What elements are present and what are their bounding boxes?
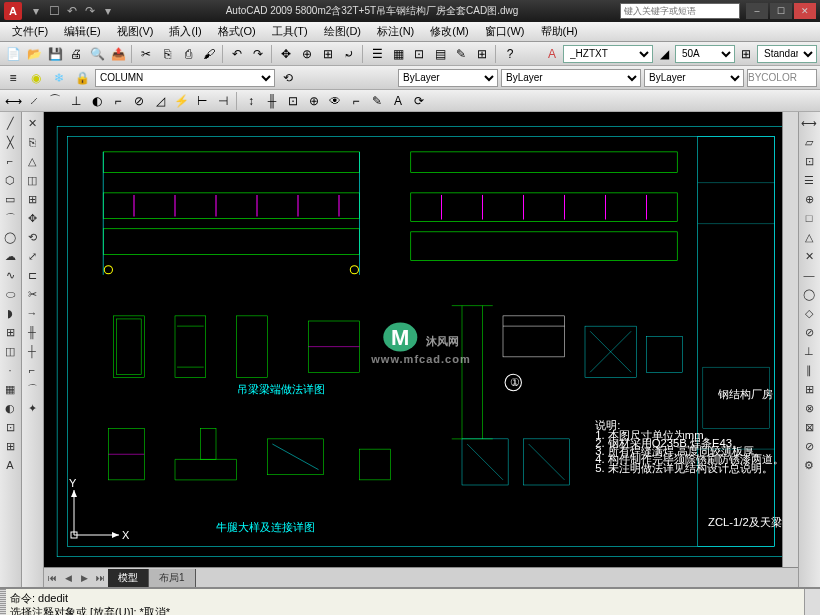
layer-select[interactable]: COLUMN — [95, 69, 275, 87]
dim-tedit-icon[interactable]: A — [388, 91, 408, 111]
menu-draw[interactable]: 绘图(D) — [316, 22, 369, 41]
mirror-icon[interactable]: △ — [23, 152, 41, 170]
id-icon[interactable]: ⊕ — [800, 190, 818, 208]
osnap-set-icon[interactable]: ⚙ — [800, 456, 818, 474]
mtext-icon[interactable]: A — [1, 456, 19, 474]
dim-update-icon[interactable]: ⟳ — [409, 91, 429, 111]
pan-icon[interactable]: ✥ — [276, 44, 296, 64]
copy-icon[interactable]: ⎘ — [157, 44, 177, 64]
linetype-select[interactable]: ByLayer — [501, 69, 641, 87]
text-style-select[interactable]: _HZTXT — [563, 45, 653, 63]
app-logo[interactable]: A — [4, 2, 22, 20]
snap-qua-icon[interactable]: ◇ — [800, 304, 818, 322]
menu-insert[interactable]: 插入(I) — [161, 22, 209, 41]
menu-dimension[interactable]: 标注(N) — [369, 22, 422, 41]
center-icon[interactable]: ⊕ — [304, 91, 324, 111]
fillet-icon[interactable]: ⌒ — [23, 380, 41, 398]
menu-file[interactable]: 文件(F) — [4, 22, 56, 41]
dim-dia-icon[interactable]: ⊘ — [129, 91, 149, 111]
lineweight-select[interactable]: ByLayer — [644, 69, 744, 87]
break-icon[interactable]: ╫ — [23, 323, 41, 341]
close-button[interactable]: ✕ — [794, 3, 816, 19]
print-icon[interactable]: 🖨 — [66, 44, 86, 64]
zoom-rt-icon[interactable]: ⊕ — [297, 44, 317, 64]
snap-ins-icon[interactable]: ⊞ — [800, 380, 818, 398]
preview-icon[interactable]: 🔍 — [87, 44, 107, 64]
cmd-scrollbar[interactable] — [804, 589, 820, 615]
snap-per-icon[interactable]: ⊥ — [800, 342, 818, 360]
calc-icon[interactable]: ⊞ — [472, 44, 492, 64]
snap-par-icon[interactable]: ∥ — [800, 361, 818, 379]
tolerance-icon[interactable]: ⊡ — [283, 91, 303, 111]
dim-base-icon[interactable]: ⊢ — [192, 91, 212, 111]
tab-first-icon[interactable]: ⏮ — [44, 570, 60, 586]
help-search-input[interactable] — [620, 3, 740, 19]
cut-icon[interactable]: ✂ — [136, 44, 156, 64]
dim-radius-icon[interactable]: ◐ — [87, 91, 107, 111]
rotate-icon[interactable]: ⟲ — [23, 228, 41, 246]
color-select[interactable]: ByLayer — [398, 69, 498, 87]
match-icon[interactable]: 🖌 — [199, 44, 219, 64]
snap-nea-icon[interactable]: ⊠ — [800, 418, 818, 436]
dim-ord-icon[interactable]: ⊥ — [66, 91, 86, 111]
xline-icon[interactable]: ╳ — [1, 133, 19, 151]
help-icon[interactable]: ? — [500, 44, 520, 64]
tblstyle-icon[interactable]: ⊞ — [736, 44, 756, 64]
open-icon[interactable]: 📂 — [24, 44, 44, 64]
zoom-prev-icon[interactable]: ⤾ — [339, 44, 359, 64]
trim-icon[interactable]: ✂ — [23, 285, 41, 303]
qat-drop[interactable]: ▾ — [100, 3, 116, 19]
copy-obj-icon[interactable]: ⎘ — [23, 133, 41, 151]
snap-cen-icon[interactable]: ◯ — [800, 285, 818, 303]
explode-icon[interactable]: ✦ — [23, 399, 41, 417]
arc-icon[interactable]: ⌒ — [1, 209, 19, 227]
area-icon[interactable]: ▱ — [800, 133, 818, 151]
layer-props-icon[interactable]: ≡ — [3, 68, 23, 88]
maximize-button[interactable]: ☐ — [770, 3, 792, 19]
dc-icon[interactable]: ▦ — [388, 44, 408, 64]
tab-layout1[interactable]: 布局1 — [149, 569, 196, 587]
erase-icon[interactable]: ✕ — [23, 114, 41, 132]
tab-prev-icon[interactable]: ◀ — [60, 570, 76, 586]
props-icon[interactable]: ☰ — [367, 44, 387, 64]
zoom-win-icon[interactable]: ⊞ — [318, 44, 338, 64]
layer-prev-icon[interactable]: ⟲ — [278, 68, 298, 88]
dim-jog-icon[interactable]: ⌐ — [108, 91, 128, 111]
menu-help[interactable]: 帮助(H) — [533, 22, 586, 41]
point-icon[interactable]: · — [1, 361, 19, 379]
jog-line-icon[interactable]: ⌐ — [346, 91, 366, 111]
table-style-select[interactable]: Standar — [757, 45, 817, 63]
dim-linear-icon[interactable]: ⟷ — [3, 91, 23, 111]
dimstyle-icon[interactable]: ◢ — [654, 44, 674, 64]
layer-freeze-icon[interactable]: ❄ — [49, 68, 69, 88]
snap-ext-icon[interactable]: — — [800, 266, 818, 284]
undo-icon[interactable]: ↶ — [227, 44, 247, 64]
redo-icon[interactable]: ↷ — [248, 44, 268, 64]
dim-edit-icon[interactable]: ✎ — [367, 91, 387, 111]
tp-icon[interactable]: ⊡ — [409, 44, 429, 64]
table-icon[interactable]: ⊞ — [1, 437, 19, 455]
spline-icon[interactable]: ∿ — [1, 266, 19, 284]
layer-lock-icon[interactable]: 🔒 — [72, 68, 92, 88]
drawing-canvas[interactable]: 钢结构厂房 ZCL-1/2及天梁 — [44, 112, 798, 587]
extend-icon[interactable]: → — [23, 304, 41, 322]
qat-btn[interactable]: ☐ — [46, 3, 62, 19]
menu-edit[interactable]: 编辑(E) — [56, 22, 109, 41]
vertical-scrollbar[interactable] — [782, 112, 798, 567]
dim-cont-icon[interactable]: ⊣ — [213, 91, 233, 111]
gradient-icon[interactable]: ◐ — [1, 399, 19, 417]
region-icon[interactable]: ⊡ — [800, 152, 818, 170]
dim-ang-icon[interactable]: ◿ — [150, 91, 170, 111]
snap-tan-icon[interactable]: ⊘ — [800, 323, 818, 341]
menu-view[interactable]: 视图(V) — [109, 22, 162, 41]
new-icon[interactable]: 📄 — [3, 44, 23, 64]
textstyle-icon[interactable]: A — [542, 44, 562, 64]
snap-non-icon[interactable]: ⊘ — [800, 437, 818, 455]
menu-window[interactable]: 窗口(W) — [477, 22, 533, 41]
qat-undo[interactable]: ↶ — [64, 3, 80, 19]
dim-aligned-icon[interactable]: ⟋ — [24, 91, 44, 111]
qat-redo[interactable]: ↷ — [82, 3, 98, 19]
qat-btn[interactable]: ▾ — [28, 3, 44, 19]
dim-space-icon[interactable]: ↕ — [241, 91, 261, 111]
array-icon[interactable]: ⊞ — [23, 190, 41, 208]
